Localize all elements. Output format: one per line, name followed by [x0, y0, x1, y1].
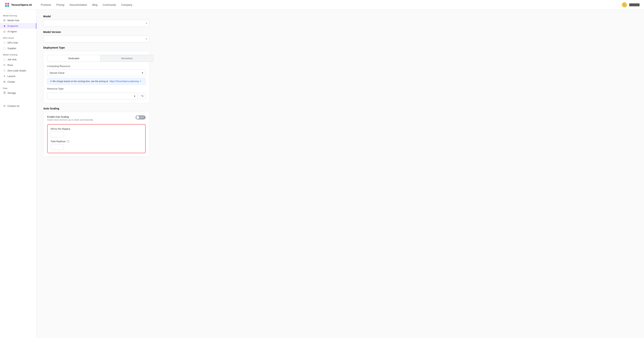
gpus-per-replica-input[interactable] [50, 132, 64, 137]
sidebar-item-gpu-hub[interactable]: ⬚ GPU Hub [0, 40, 36, 45]
main-content: Model ▾ Model Version ▾ Deployment Type … [36, 10, 644, 338]
sidebar-item-label-contact-us: Contact Us [8, 105, 20, 107]
pricing-link[interactable]: https://TensorOpera.ai/pricing ↗ [110, 80, 141, 83]
sidebar-item-label-job-hub: Job Hub [8, 58, 16, 61]
toggle-circle [136, 116, 139, 119]
sidebar-section-data: Data [0, 84, 36, 90]
sidebar-item-label-model-hub: Model Hub [8, 19, 19, 22]
sidebar-item-contact-us[interactable]: ✉ Contact Us [0, 103, 36, 109]
svg-point-2 [5, 5, 7, 7]
supplier-icon: ⬚ [3, 47, 6, 50]
model-label: Model [43, 15, 637, 18]
total-replicas-group: Total Replicas ? [50, 140, 142, 150]
sidebar-item-label-cluster: Cluster [8, 80, 15, 83]
logo-text: TensorOpera AI [11, 3, 32, 6]
gpu-hub-icon: ⬚ [3, 41, 6, 44]
model-version-label: Model Version [43, 30, 637, 33]
sidebar-item-label-zero-code: Zero-code Studio [8, 69, 26, 72]
nav-pricing[interactable]: Pricing [56, 3, 64, 6]
sidebar-item-job-hub[interactable]: ◌ Job Hub [0, 57, 36, 62]
computing-resource-select[interactable]: Secure Cloud ▾ [47, 69, 146, 76]
info-text: ✦ We charge based on the running time, s… [50, 80, 108, 83]
sidebar-section-gpu-cloud: GPU Cloud [0, 34, 36, 40]
sidebar-item-cluster[interactable]: ⊞ Cluster [0, 79, 36, 84]
svg-point-3 [7, 5, 9, 7]
enable-auto-scaling-label: Enable Auto Scaling [47, 115, 94, 118]
deployment-type-group: Deployment Type Dedicated Serverless Com… [43, 46, 637, 103]
nav-products[interactable]: Products [41, 3, 51, 6]
model-version-chevron: ▾ [146, 38, 147, 40]
deployment-type-label: Deployment Type [43, 46, 637, 49]
auto-scaling-text: Enable Auto Scaling Scale cloud services… [47, 115, 94, 121]
refresh-button[interactable]: ↻ [139, 93, 146, 99]
enable-auto-scaling-desc: Scale cloud services up or down automati… [47, 119, 94, 121]
auto-scaling-header: Enable Auto Scaling Scale cloud services… [47, 115, 146, 121]
svg-point-1 [7, 3, 9, 5]
nav-community[interactable]: Community [103, 3, 116, 6]
sidebar-item-label-supplier: Supplier [8, 47, 16, 50]
computing-resource-chevron: ▾ [142, 71, 143, 74]
cluster-icon: ⊞ [3, 80, 6, 83]
logo[interactable]: TensorOpera AI [4, 2, 32, 7]
model-select[interactable]: ▾ [43, 20, 150, 27]
tab-dedicated[interactable]: Dedicated [47, 55, 100, 62]
auto-scaling-title: Auto Scaling [43, 107, 150, 110]
ai-agent-icon: ◎ [3, 30, 6, 33]
avatar[interactable]: 🔧 [622, 2, 627, 7]
total-replicas-label: Total Replicas ? [50, 140, 142, 143]
model-version-group: Model Version ▾ [43, 30, 637, 42]
logo-icon [4, 2, 10, 7]
runs-icon: ↻ [3, 63, 6, 66]
sidebar-item-launch[interactable]: ✦ Launch [0, 73, 36, 79]
nav-links: Products Pricing Documentation Blog Comm… [41, 3, 622, 6]
sidebar-item-label-storage: Storage [8, 92, 16, 94]
resource-type-row: ▾ ↻ [47, 93, 146, 99]
user-name: ██████ [629, 3, 640, 6]
job-hub-icon: ◌ [3, 58, 6, 61]
nav-blog[interactable]: Blog [92, 3, 98, 6]
toggle-label: OFF [140, 116, 144, 119]
nav-company[interactable]: Company [121, 3, 132, 6]
gpus-per-replica-group: GPUs Per Replica [50, 128, 142, 137]
sidebar-item-storage[interactable]: 🗄 Storage [0, 90, 36, 96]
model-select-chevron: ▾ [146, 22, 147, 24]
sidebar-item-model-hub[interactable]: ⊞ Model Hub [0, 17, 36, 23]
sidebar-item-zero-code-studio[interactable]: ⊹ Zero-code Studio [0, 68, 36, 73]
contact-us-icon: ✉ [3, 104, 6, 107]
model-version-select[interactable]: ▾ [43, 35, 150, 42]
resource-type-label: Resource Type: [47, 87, 146, 90]
endpoints-icon: ◈ [3, 24, 6, 27]
tab-serverless[interactable]: Serverless [100, 55, 154, 62]
top-navigation: TensorOpera AI Products Pricing Document… [0, 0, 644, 10]
pricing-info-box: ✦ We charge based on the running time, s… [47, 78, 146, 85]
sidebar-item-ai-agent[interactable]: ◎ AI Agent [0, 29, 36, 34]
sidebar-section-model-training: Model Training [0, 51, 36, 57]
sidebar-item-label-runs: Runs [8, 64, 13, 66]
sidebar-item-label-ai-agent: AI Agent [8, 30, 16, 33]
resource-type-select[interactable]: ▾ [47, 93, 138, 99]
nav-documentation[interactable]: Documentation [70, 3, 87, 6]
topnav-right: 🔧 ██████ [622, 2, 640, 7]
zero-code-icon: ⊹ [3, 69, 6, 72]
computing-resource-value: Secure Cloud [50, 71, 64, 74]
deployment-type-card: Dedicated Serverless Computing Resource:… [43, 51, 150, 103]
auto-scaling-card: Enable Auto Scaling Scale cloud services… [43, 112, 150, 157]
gpus-per-replica-label: GPUs Per Replica [50, 128, 142, 130]
storage-icon: 🗄 [3, 91, 6, 94]
sidebar-item-endpoints[interactable]: ◈ Endpoints [0, 23, 36, 29]
svg-point-0 [5, 3, 7, 5]
total-replicas-help-icon[interactable]: ? [67, 140, 69, 143]
sidebar-item-label-launch: Launch [8, 75, 16, 78]
deployment-tabs: Dedicated Serverless [47, 55, 154, 62]
sidebar-item-runs[interactable]: ↻ Runs [0, 62, 36, 68]
sidebar-item-supplier[interactable]: ⬚ Supplier [0, 45, 36, 51]
launch-icon: ✦ [3, 75, 6, 78]
sidebar-item-label-endpoints: Endpoints [8, 24, 18, 27]
refresh-icon: ↻ [141, 94, 144, 98]
sidebar-section-model-serving: Model Serving [0, 12, 36, 17]
sidebar: Model Serving ⊞ Model Hub ◈ Endpoints ◎ … [0, 10, 36, 338]
auto-scaling-toggle[interactable]: OFF [136, 115, 146, 120]
model-group: Model ▾ [43, 15, 637, 27]
resource-type-chevron: ▾ [134, 95, 135, 98]
total-replicas-input[interactable] [50, 144, 64, 150]
